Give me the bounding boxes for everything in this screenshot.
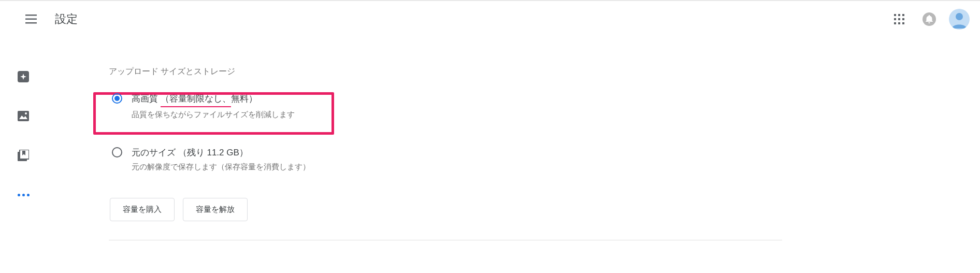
option-original-size[interactable]: 元のサイズ （残り 11.2 GB） 元の解像度で保存します（保存容量を消費しま… [112,146,782,173]
header: 設定 [0,1,980,37]
divider [109,240,782,240]
option-high-quality[interactable]: 高画質 （容量制限なし、 無料） 品質を保ちながらファイルサイズを削減します [112,92,782,121]
sidebar-item-assistant[interactable] [13,66,34,87]
svg-rect-9 [894,22,896,24]
radio-high-quality[interactable] [112,93,122,104]
svg-rect-6 [894,18,896,20]
sidebar-item-photos[interactable] [13,106,34,126]
more-dots-icon [18,194,30,196]
hamburger-icon [25,15,37,24]
svg-rect-15 [18,111,29,121]
sidebar [0,52,47,205]
sparkle-icon [18,71,29,82]
sidebar-item-albums[interactable] [13,145,34,166]
page-title: 設定 [55,11,78,27]
option-text: 元のサイズ （残り 11.2 GB） 元の解像度で保存します（保存容量を消費しま… [132,146,310,173]
free-storage-button[interactable]: 容量を解放 [183,198,248,221]
option-desc: 品質を保ちながらファイルサイズを削減します [132,108,295,121]
bell-circle [923,12,936,26]
menu-button[interactable] [19,7,44,32]
account-avatar[interactable] [949,9,970,30]
option-title-underlined: （容量制限なし、 [161,92,231,107]
apps-grid-icon [894,14,904,24]
option-title-suffix: 無料） [231,92,257,106]
buy-storage-button[interactable]: 容量を購入 [110,198,175,221]
svg-rect-3 [894,14,896,16]
svg-rect-8 [902,18,904,20]
svg-point-13 [956,13,963,20]
svg-rect-2 [25,22,37,24]
sidebar-item-more[interactable] [13,184,34,205]
option-title-main: 元のサイズ （残り 11.2 GB） [132,146,248,160]
apps-button[interactable] [889,9,910,30]
svg-rect-11 [902,22,904,24]
option-text: 高画質 （容量制限なし、 無料） 品質を保ちながらファイルサイズを削減します [132,92,295,121]
option-desc: 元の解像度で保存します（保存容量を消費します） [132,161,310,173]
svg-rect-10 [898,22,900,24]
section-label: アップロード サイズとストレージ [109,66,782,77]
radio-original-size[interactable] [112,147,122,157]
notifications-button[interactable] [919,9,940,30]
avatar-icon [949,9,970,30]
button-row: 容量を購入 容量を解放 [110,198,782,221]
svg-rect-7 [898,18,900,20]
bookmark-icon [18,150,29,161]
option-title: 高画質 （容量制限なし、 無料） [132,92,295,107]
svg-rect-5 [902,14,904,16]
svg-point-16 [25,112,27,114]
image-icon [18,111,29,121]
svg-rect-4 [898,14,900,16]
option-title: 元のサイズ （残り 11.2 GB） [132,146,310,160]
option-title-main: 高画質 [132,92,158,106]
svg-rect-1 [25,19,37,20]
bell-icon [926,15,933,23]
svg-rect-0 [25,15,37,16]
header-right [889,1,970,37]
main-content: アップロード サイズとストレージ 高画質 （容量制限なし、 無料） 品質を保ちな… [109,66,782,240]
